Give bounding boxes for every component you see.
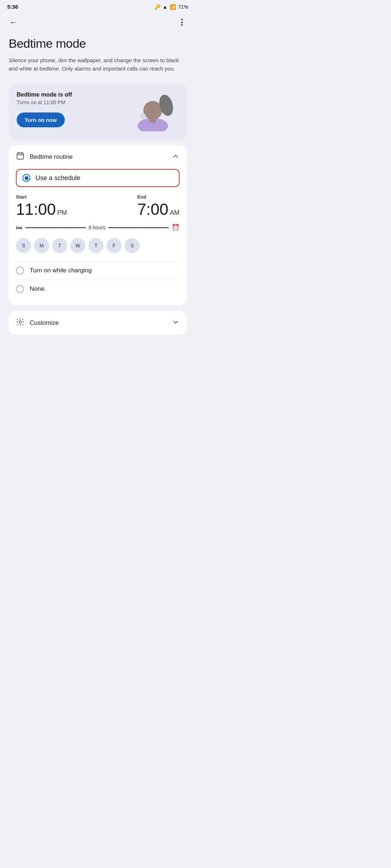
days-row: S M T W T F S (16, 238, 180, 253)
day-monday[interactable]: M (34, 238, 49, 253)
start-ampm: PM (57, 209, 67, 217)
chevron-down-icon (172, 318, 180, 328)
back-button[interactable]: ← (7, 16, 20, 29)
routine-title: Bedtime routine (30, 153, 73, 161)
routine-header[interactable]: Bedtime routine (9, 145, 187, 169)
day-sunday[interactable]: S (16, 238, 31, 253)
page-content: Bedtime mode Silence your phone, dim the… (0, 33, 196, 346)
status-bar: 5:36 🔑 ▲ 📶 71% (0, 0, 196, 12)
duration-text: 8 hours (89, 225, 106, 230)
end-time-digits: 7:00 (137, 200, 168, 218)
none-radio (16, 285, 24, 293)
bed-icon: 🛏 (16, 224, 22, 231)
key-icon: 🔑 (154, 4, 160, 10)
end-time-block[interactable]: End 7:00 AM (137, 194, 180, 218)
bedtime-mode-card: Bedtime mode is off Turns on at 11:00 PM… (9, 84, 187, 139)
wifi-icon: ▲ (163, 4, 168, 10)
battery-icon: 71% (178, 4, 188, 10)
day-wednesday[interactable]: W (70, 238, 85, 253)
day-tuesday[interactable]: T (52, 238, 67, 253)
bedtime-illustration (128, 92, 179, 131)
svg-point-4 (140, 113, 146, 119)
page-title: Bedtime mode (9, 37, 187, 51)
signal-icon: 📶 (170, 4, 176, 10)
routine-body: Use a schedule Start 11:00 PM End 7:00 A… (9, 169, 187, 305)
start-label: Start (16, 194, 67, 200)
day-thursday[interactable]: T (88, 238, 104, 253)
end-label: End (137, 194, 180, 200)
charging-radio (16, 267, 24, 275)
end-time-value: 7:00 AM (137, 200, 180, 218)
charging-option[interactable]: Turn on while charging (16, 261, 180, 280)
schedule-radio-selected (22, 174, 30, 182)
start-time-block[interactable]: Start 11:00 PM (16, 194, 67, 218)
radio-dot (25, 176, 29, 180)
more-menu-button[interactable]: ⋮ (176, 16, 188, 29)
page-description: Silence your phone, dim the wallpaper, a… (9, 56, 187, 73)
bedtime-status: Bedtime mode is off (17, 92, 125, 98)
time-section: Start 11:00 PM End 7:00 AM (16, 194, 180, 218)
bedtime-schedule: Turns on at 11:00 PM (17, 99, 125, 105)
status-icons: 🔑 ▲ 📶 71% (154, 4, 188, 10)
duration-track-right (108, 227, 169, 228)
gear-icon (16, 318, 25, 328)
customize-section[interactable]: Customize (9, 311, 187, 335)
routine-card: Bedtime routine Use a schedule Start (9, 145, 187, 305)
schedule-option-label: Use a schedule (35, 174, 80, 182)
nav-bar: ← ⋮ (0, 12, 196, 33)
day-saturday[interactable]: S (125, 238, 140, 253)
calendar-icon (16, 152, 25, 162)
bedtime-card-info: Bedtime mode is off Turns on at 11:00 PM… (17, 92, 125, 127)
none-option-label: None (30, 285, 45, 293)
svg-point-9 (19, 321, 21, 323)
start-time-digits: 11:00 (16, 200, 56, 218)
use-schedule-option[interactable]: Use a schedule (16, 169, 180, 187)
duration-bar: 🛏 8 hours ⏰ (16, 224, 180, 231)
start-time-value: 11:00 PM (16, 200, 67, 218)
turn-on-now-button[interactable]: Turn on now (17, 112, 65, 127)
duration-track-left (25, 227, 86, 228)
charging-option-label: Turn on while charging (30, 267, 92, 274)
day-friday[interactable]: F (106, 238, 122, 253)
svg-rect-2 (150, 118, 156, 123)
chevron-up-icon (172, 152, 180, 162)
svg-rect-5 (17, 153, 24, 159)
end-ampm: AM (170, 209, 180, 217)
alarm-icon: ⏰ (172, 224, 180, 231)
none-option[interactable]: None (16, 280, 180, 298)
customize-label: Customize (30, 319, 59, 327)
status-time: 5:36 (7, 4, 18, 10)
